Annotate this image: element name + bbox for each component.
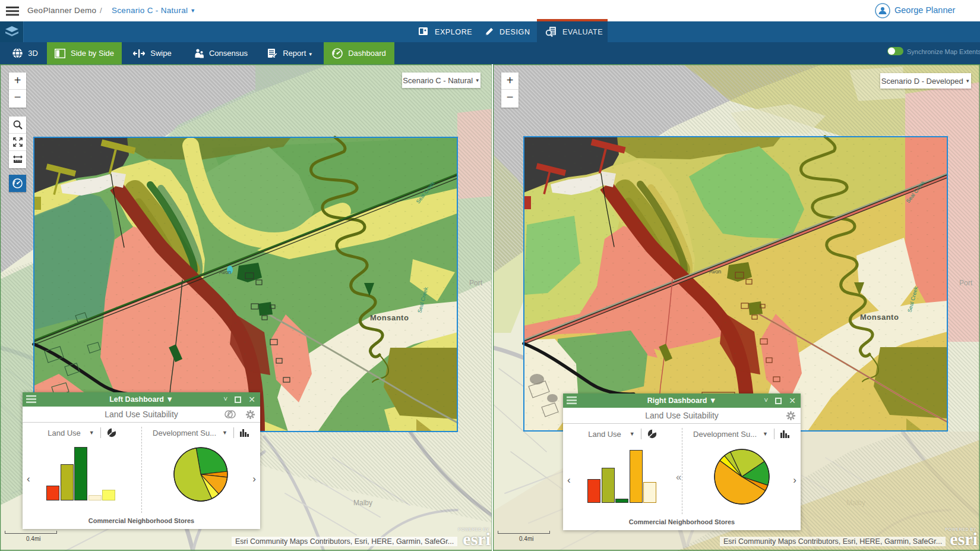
svg-text:Monsanto: Monsanto [860,313,899,322]
svg-text:Avon: Avon [219,269,231,275]
svg-text:Avon: Avon [709,269,721,275]
svg-text:Port: Port [469,279,483,287]
svg-text:Malby: Malby [353,499,372,507]
svg-text:Port: Port [959,279,973,287]
svg-text:Monsanto: Monsanto [370,313,409,322]
